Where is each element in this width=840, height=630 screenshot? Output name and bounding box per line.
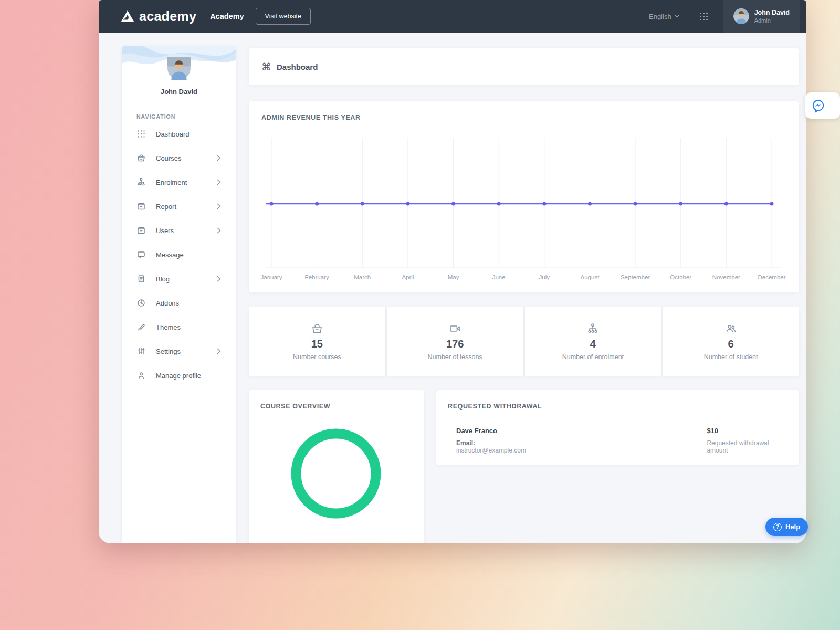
chevron-right-icon: [214, 179, 224, 185]
data-point: [542, 202, 546, 206]
sidebar-item-label: Manage profile: [156, 372, 201, 380]
month-label: February: [305, 274, 329, 280]
sidebar-item-label: Dashboard: [156, 130, 190, 138]
email-value: instructor@example.com: [456, 447, 526, 454]
withdrawal-row: Dave Franco Email: instructor@example.co…: [456, 427, 783, 454]
month-label: May: [448, 274, 459, 280]
sidebar-item-themes[interactable]: Themes: [122, 315, 236, 339]
requested-withdrawal-title: REQUESTED WITHDRAWAL: [448, 403, 788, 410]
chevron-down-icon: [675, 15, 679, 18]
sidebar-item-enrolment[interactable]: Enrolment: [122, 170, 236, 194]
user-role: Admin: [754, 17, 790, 24]
sidebar-item-blog[interactable]: Blog: [122, 267, 236, 291]
revenue-chart-card: ADMIN REVENUE THIS YEAR JanuaryFebruaryM…: [249, 101, 799, 292]
requested-withdrawal-card: REQUESTED WITHDRAWAL Dave Franco Email: …: [436, 390, 799, 465]
sidebar-item-label: Enrolment: [156, 178, 187, 186]
month-label: January: [261, 274, 282, 280]
data-point: [315, 202, 319, 206]
students-icon: [724, 322, 737, 335]
chevron-right-icon: [214, 227, 224, 234]
stats-row: 15Number courses 176Number of lessons 4N…: [249, 307, 799, 376]
donut-ring: [296, 434, 376, 513]
revenue-chart-svg: JanuaryFebruaryMarchAprilMayJuneJulyAugu…: [259, 133, 789, 287]
sidebar-item-label: Addons: [156, 299, 179, 307]
data-point: [406, 202, 410, 206]
apps-grid-icon[interactable]: [699, 12, 708, 21]
stat-label: Number courses: [293, 353, 341, 361]
revenue-chart: JanuaryFebruaryMarchAprilMayJuneJulyAugu…: [259, 133, 789, 287]
sidebar-item-settings[interactable]: Settings: [122, 339, 236, 363]
withdrawal-instructor-email: Email: instructor@example.com: [456, 439, 538, 454]
top-navbar: academy Academy Visit website English: [99, 0, 806, 33]
sidebar-nav: Dashboard Courses Enrolment Report Users…: [122, 122, 236, 387]
data-point: [452, 202, 455, 206]
data-point: [724, 202, 728, 206]
sitemap-icon-lg: [586, 322, 599, 335]
question-icon: ?: [773, 523, 782, 531]
month-label: August: [581, 274, 600, 280]
disc-icon: [136, 298, 146, 308]
user-menu[interactable]: John David Admin: [723, 0, 800, 33]
messenger-icon: [811, 99, 825, 113]
sidebar-item-courses[interactable]: Courses: [122, 146, 236, 170]
stat-label: Number of enrolment: [562, 353, 624, 361]
sidebar-item-users[interactable]: Users: [122, 218, 236, 243]
language-label: English: [649, 13, 671, 20]
stat-card: 176Number of lessons: [387, 307, 523, 376]
month-label: October: [670, 274, 691, 280]
course-overview-donut: [282, 420, 390, 529]
archive-icon: [136, 226, 146, 235]
course-overview-title: COURSE OVERVIEW: [260, 403, 413, 410]
sidebar-item-addons[interactable]: Addons: [122, 291, 236, 315]
language-selector[interactable]: English: [649, 13, 679, 20]
brand-logo[interactable]: academy: [121, 9, 196, 24]
messenger-chat-tab[interactable]: [805, 92, 840, 119]
sidebar-item-message[interactable]: Message: [122, 243, 236, 267]
visit-website-button[interactable]: Visit website: [256, 8, 311, 25]
sidebar-item-label: Report: [156, 203, 176, 211]
user-avatar: [733, 8, 749, 24]
stat-label: Number of student: [704, 353, 758, 361]
video-icon: [449, 322, 461, 335]
sidebar-item-dashboard[interactable]: Dashboard: [122, 122, 236, 146]
month-label: November: [712, 274, 740, 280]
month-label: March: [354, 274, 371, 280]
basket-icon-lg: [311, 322, 323, 335]
divider: [448, 417, 788, 417]
chat-icon: [136, 250, 146, 259]
app-window: academy Academy Visit website English: [99, 0, 806, 543]
withdrawal-instructor-name: Dave Franco: [456, 427, 538, 435]
stat-label: Number of lessons: [428, 353, 482, 361]
help-button[interactable]: ? Help: [765, 518, 808, 536]
sitemap-icon: [136, 177, 146, 187]
course-overview-card: COURSE OVERVIEW: [249, 390, 424, 543]
sidebar-item-label: Themes: [156, 323, 181, 331]
help-label: Help: [785, 523, 800, 531]
sidebar-item-manage-profile[interactable]: Manage profile: [122, 363, 236, 387]
page-header-card: ⌘ Dashboard: [249, 48, 799, 85]
stat-card: 15Number courses: [249, 307, 385, 376]
data-point: [361, 202, 364, 206]
data-point: [634, 202, 637, 206]
archive-icon: [136, 202, 146, 211]
withdrawal-amount-label: Requested withdrawal amount: [707, 439, 783, 454]
data-point: [679, 202, 682, 206]
withdrawal-amount: $10: [707, 427, 783, 435]
sidebar: John David NAVIGATION Dashboard Courses …: [122, 46, 236, 543]
month-label: April: [402, 274, 414, 280]
sidebar-item-report[interactable]: Report: [122, 194, 236, 218]
sliders-icon: [136, 346, 146, 356]
chevron-right-icon: [214, 276, 224, 282]
month-label: June: [492, 274, 506, 280]
sidebar-item-label: Settings: [156, 348, 181, 355]
chevron-right-icon: [214, 155, 224, 161]
stat-card: 6Number of student: [663, 307, 799, 376]
basket-icon: [136, 153, 146, 163]
data-point: [270, 202, 274, 206]
sidebar-item-label: Courses: [156, 154, 181, 162]
user-name: John David: [754, 8, 790, 17]
brand-name: academy: [139, 9, 196, 24]
stat-value: 6: [728, 338, 734, 350]
dashboard-command-icon: ⌘: [261, 61, 271, 73]
sidebar-item-label: Message: [156, 251, 184, 259]
